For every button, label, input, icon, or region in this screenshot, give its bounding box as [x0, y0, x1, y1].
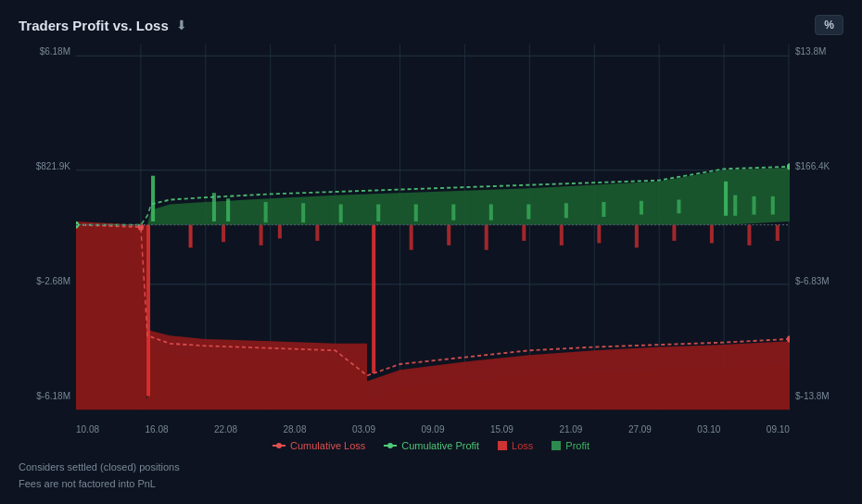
svg-rect-47 — [635, 225, 639, 248]
legend-cumulative-profit-label: Cumulative Profit — [401, 440, 479, 451]
x-label-7: 21.09 — [559, 424, 582, 435]
legend-cumulative-loss-label: Cumulative Loss — [290, 440, 365, 451]
svg-rect-37 — [260, 225, 263, 246]
x-label-3: 28.08 — [283, 424, 306, 435]
x-label-8: 27.09 — [628, 424, 652, 435]
x-label-5: 09.09 — [421, 424, 444, 435]
chart-svg — [76, 44, 790, 422]
svg-rect-23 — [451, 205, 455, 220]
legend-profit: Profit — [551, 440, 589, 451]
svg-point-54 — [787, 335, 790, 342]
main-container: Traders Profit vs. Loss ⬇ % $6.18M $821.… — [0, 0, 862, 504]
pct-button[interactable]: % — [815, 15, 843, 35]
legend-profit-label: Profit — [565, 440, 589, 451]
svg-rect-34 — [146, 225, 150, 397]
svg-rect-30 — [724, 182, 728, 216]
svg-rect-36 — [222, 225, 225, 242]
svg-rect-44 — [522, 225, 526, 241]
legend-loss: Loss — [498, 440, 533, 451]
svg-rect-21 — [376, 205, 380, 221]
x-label-6: 15.09 — [490, 424, 513, 435]
svg-rect-28 — [640, 201, 643, 215]
svg-rect-46 — [597, 225, 601, 244]
svg-rect-32 — [752, 196, 755, 215]
svg-rect-39 — [315, 225, 319, 241]
y-axis-right: $13.8M $166.4K $-6.83M $-13.8M — [790, 44, 843, 422]
y-left-label-4: $-6.18M — [19, 391, 70, 401]
svg-rect-15 — [151, 176, 155, 221]
x-label-0: 10.08 — [76, 424, 99, 435]
svg-rect-38 — [278, 225, 282, 239]
svg-rect-18 — [264, 202, 268, 222]
svg-rect-42 — [447, 225, 450, 246]
y-axis-left: $6.18M $821.9K $-2.68M $-6.18M — [19, 44, 76, 422]
x-label-9: 03.10 — [697, 424, 720, 435]
x-label-4: 03.09 — [352, 424, 375, 435]
legend-profit-swatch — [551, 441, 561, 450]
title-area: Traders Profit vs. Loss ⬇ — [19, 18, 187, 33]
svg-rect-25 — [526, 205, 530, 220]
chart-area: $6.18M $821.9K $-2.68M $-6.18M — [19, 44, 843, 422]
svg-rect-20 — [339, 205, 343, 223]
x-label-10: 09.10 — [767, 424, 790, 435]
svg-rect-26 — [564, 203, 568, 218]
y-right-label-1: $13.8M — [795, 46, 843, 57]
svg-rect-33 — [771, 196, 775, 215]
x-axis: 10.08 16.08 22.08 28.08 03.09 09.09 15.0… — [76, 422, 790, 435]
legend-loss-label: Loss — [512, 440, 533, 451]
svg-rect-31 — [733, 195, 737, 216]
x-label-1: 16.08 — [145, 424, 168, 435]
svg-rect-19 — [301, 203, 305, 222]
legend-cumulative-profit: Cumulative Profit — [384, 440, 479, 451]
svg-rect-49 — [710, 225, 714, 244]
svg-rect-29 — [677, 200, 680, 214]
download-icon[interactable]: ⬇ — [176, 18, 187, 32]
svg-rect-51 — [776, 225, 780, 241]
legend-loss-swatch — [498, 441, 507, 450]
x-label-2: 22.08 — [214, 424, 237, 435]
footer-notes: Considers settled (closed) positions Fee… — [19, 455, 843, 493]
footnote-1: Considers settled (closed) positions — [19, 459, 843, 476]
svg-rect-17 — [226, 198, 230, 221]
svg-rect-24 — [489, 205, 493, 220]
svg-rect-45 — [560, 225, 564, 246]
y-left-label-1: $6.18M — [19, 46, 70, 57]
svg-rect-40 — [372, 225, 375, 373]
chart-legend: Cumulative Loss Cumulative Profit Loss P… — [19, 435, 843, 455]
y-right-label-3: $-6.83M — [795, 276, 843, 286]
svg-rect-50 — [747, 225, 751, 246]
y-left-label-3: $-2.68M — [19, 276, 70, 286]
chart-inner — [76, 44, 790, 422]
svg-rect-22 — [414, 205, 418, 221]
svg-rect-41 — [410, 225, 413, 250]
legend-cumulative-loss: Cumulative Loss — [273, 440, 365, 451]
svg-rect-27 — [602, 202, 605, 217]
svg-rect-35 — [189, 225, 193, 248]
footnote-2: Fees are not factored into PnL — [19, 475, 843, 493]
svg-rect-43 — [485, 225, 488, 250]
y-left-label-2: $821.9K — [19, 161, 70, 171]
y-right-label-2: $166.4K — [795, 161, 843, 171]
svg-rect-48 — [672, 225, 676, 241]
chart-title: Traders Profit vs. Loss — [19, 18, 169, 33]
chart-header: Traders Profit vs. Loss ⬇ % — [19, 15, 843, 35]
y-right-label-4: $-13.8M — [795, 391, 843, 401]
